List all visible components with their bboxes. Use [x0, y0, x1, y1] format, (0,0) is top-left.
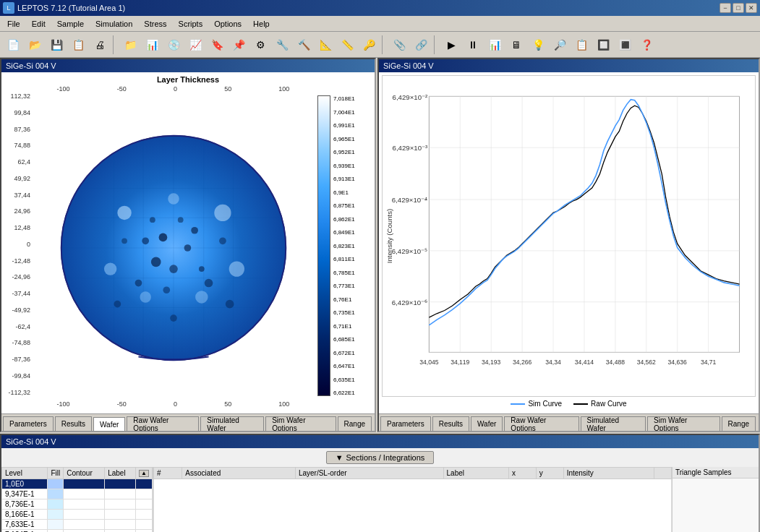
col-level: Level — [2, 468, 48, 479]
right-tab-parameters[interactable]: Parameters — [380, 416, 431, 431]
restore-button[interactable]: □ — [733, 3, 744, 13]
menu-help[interactable]: Help — [247, 16, 276, 31]
triangle-title: Triangle Samples — [673, 467, 759, 479]
tb-monitor[interactable]: 🖥 — [506, 35, 526, 55]
tb-stats[interactable]: 📊 — [484, 35, 505, 55]
colorbar-gradient — [317, 95, 330, 396]
col-num: # — [154, 468, 182, 479]
tb-link1[interactable]: 📎 — [389, 35, 409, 55]
tb-bulb[interactable]: 💡 — [528, 35, 548, 55]
contour-value — [64, 499, 105, 510]
contour-value — [64, 479, 105, 489]
tb-tag[interactable]: 🔖 — [207, 35, 227, 55]
col-y: y — [536, 468, 563, 479]
level-row-4[interactable]: 8,166E-1 — [2, 510, 153, 520]
tb-graph[interactable]: 📈 — [185, 35, 205, 55]
col-label: Label — [105, 468, 136, 479]
tb-key[interactable]: 🔑 — [359, 35, 379, 55]
right-tab-raw-wafer[interactable]: Raw Wafer Options — [504, 416, 578, 431]
menu-file[interactable]: File — [1, 16, 26, 31]
tb-print[interactable]: 🖨 — [90, 35, 110, 55]
wafer-canvas[interactable] — [32, 95, 315, 400]
menu-simulation[interactable]: Simulation — [90, 16, 138, 31]
tb-help[interactable]: ❓ — [636, 35, 657, 55]
tb-play[interactable]: ▶ — [441, 35, 461, 55]
level-value: 8,166E-1 — [2, 510, 48, 520]
tb-open[interactable]: 📂 — [25, 35, 45, 55]
level-row-5[interactable]: 7,633E-1 — [2, 520, 153, 530]
level-value: 7,633E-1 — [2, 520, 48, 530]
tb-zoom[interactable]: 🔎 — [550, 35, 570, 55]
left-tab-results[interactable]: Results — [55, 416, 92, 431]
close-button[interactable]: ✕ — [746, 3, 757, 13]
label-value — [105, 510, 136, 520]
left-tab-raw-wafer[interactable]: Raw Wafer Options — [127, 416, 199, 431]
right-tab-sim-options[interactable]: Sim Wafer Options — [647, 416, 720, 431]
tb-wrench[interactable]: 🔧 — [272, 35, 292, 55]
level-row-3[interactable]: 8,736E-1 — [2, 499, 153, 510]
menu-bar: File Edit Sample Simulation Stress Scrip… — [0, 16, 760, 32]
level-value: 8,736E-1 — [2, 499, 48, 510]
tb-gear[interactable]: ⚙ — [250, 35, 270, 55]
col-scroll[interactable]: ▲ — [136, 468, 153, 479]
svg-text:Intensity (Counts): Intensity (Counts) — [385, 209, 393, 264]
left-tab-range[interactable]: Range — [338, 416, 372, 431]
fill-value — [48, 520, 64, 530]
svg-point-27 — [204, 279, 213, 288]
sections-table: # Associated Layer/SL-order Label x y In… — [153, 467, 672, 532]
svg-text:34,34: 34,34 — [545, 359, 561, 366]
level-row-2[interactable]: 9,347E-1 — [2, 489, 153, 499]
menu-stress[interactable]: Stress — [138, 16, 172, 31]
right-tab-range[interactable]: Range — [722, 416, 756, 431]
right-tab-results[interactable]: Results — [432, 416, 469, 431]
tb-box1[interactable]: 🔲 — [593, 35, 613, 55]
tb-box2[interactable]: 🔳 — [615, 35, 635, 55]
tb-new[interactable]: 📄 — [3, 35, 23, 55]
tb-link2[interactable]: 🔗 — [411, 35, 431, 55]
tb-chart[interactable]: 📊 — [142, 35, 162, 55]
right-tab-simulated[interactable]: Simulated Wafer — [581, 416, 646, 431]
svg-point-32 — [121, 238, 127, 244]
svg-point-31 — [219, 237, 226, 244]
svg-point-14 — [168, 193, 179, 205]
contour-value — [64, 520, 105, 530]
left-tab-wafer[interactable]: Wafer — [93, 417, 125, 432]
menu-sample[interactable]: Sample — [51, 16, 90, 31]
left-panel: SiGe-Si 004 V Layer Thickness 112,3299,8… — [0, 58, 376, 432]
tb-pause[interactable]: ⏸ — [463, 35, 483, 55]
scroll-cell — [136, 530, 153, 533]
bottom-panel-title: SiGe-Si 004 V — [1, 435, 759, 448]
section-row-empty — [154, 479, 672, 533]
tb-folder[interactable]: 📁 — [120, 35, 140, 55]
xrd-chart[interactable]: 6,429×10⁻² 6,429×10⁻³ 6,429×10⁻⁴ 6,429×1… — [382, 75, 756, 397]
tb-ruler2[interactable]: 📏 — [337, 35, 357, 55]
left-tab-sim-options[interactable]: Sim Wafer Options — [265, 416, 336, 431]
svg-point-16 — [229, 261, 244, 276]
level-value: 1,0E0 — [2, 479, 48, 489]
right-tab-wafer[interactable]: Wafer — [471, 416, 503, 431]
level-row-6[interactable]: 7,134E-1 — [2, 530, 153, 533]
tb-hammer[interactable]: 🔨 — [294, 35, 314, 55]
tb-save[interactable]: 💾 — [46, 35, 67, 55]
wafer-x-labels-bottom: -100-50050100 — [32, 400, 315, 411]
tb-disk[interactable]: 💿 — [163, 35, 184, 55]
menu-options[interactable]: Options — [208, 16, 247, 31]
menu-edit[interactable]: Edit — [26, 16, 51, 31]
menu-scripts[interactable]: Scripts — [173, 16, 209, 31]
sep2 — [382, 35, 386, 54]
scroll-cell — [136, 510, 153, 520]
left-tab-simulated[interactable]: Simulated Wafer — [200, 416, 264, 431]
level-row-1[interactable]: 1,0E0 — [2, 479, 153, 489]
tb-pin[interactable]: 📌 — [229, 35, 249, 55]
tb-copy[interactable]: 📋 — [68, 35, 88, 55]
tb-ruler1[interactable]: 📐 — [315, 35, 336, 55]
svg-text:6,429×10⁻⁴: 6,429×10⁻⁴ — [392, 196, 427, 204]
left-panel-tabs: Parameters Results Wafer Raw Wafer Optio… — [1, 413, 375, 431]
sections-button[interactable]: ▼ Sections / Integrations — [326, 451, 435, 464]
left-tab-parameters[interactable]: Parameters — [3, 416, 54, 431]
svg-point-29 — [177, 217, 183, 223]
svg-point-24 — [142, 237, 149, 244]
minimize-button[interactable]: − — [720, 3, 731, 13]
tb-list[interactable]: 📋 — [571, 35, 592, 55]
svg-text:34,71: 34,71 — [701, 359, 717, 366]
